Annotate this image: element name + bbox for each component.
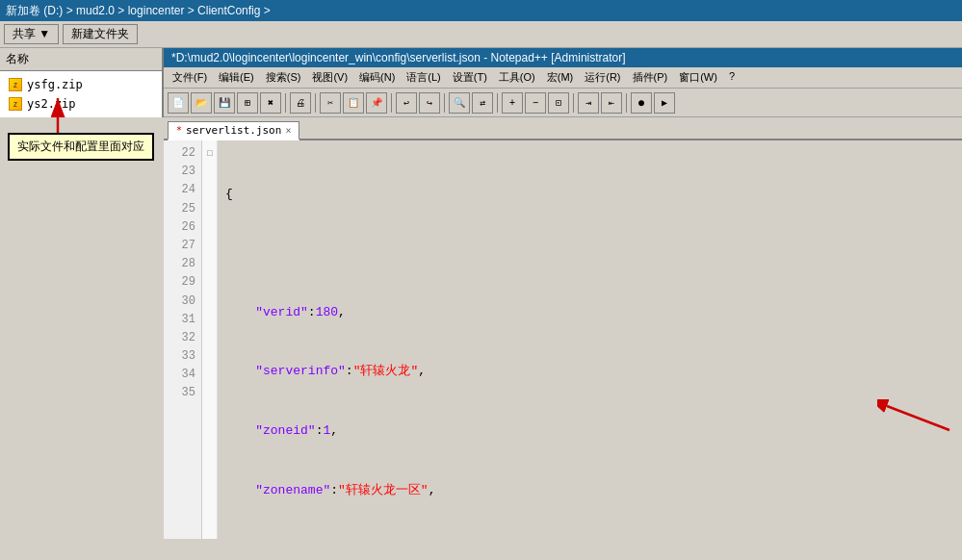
- indent-icon[interactable]: ⇥: [578, 92, 599, 114]
- new-file-icon[interactable]: 📄: [168, 92, 189, 114]
- replace-icon[interactable]: ⇄: [472, 92, 493, 114]
- breadcrumb-bar: 新加卷 (D:) > mud2.0 > logincenter > Client…: [0, 0, 962, 21]
- code-content[interactable]: { "verid":180, "serverinfo":"轩辕火龙", "zon…: [218, 140, 962, 539]
- fold-marker-32: [202, 337, 218, 356]
- zoom-in-icon[interactable]: +: [502, 92, 523, 114]
- zip-icon: z: [8, 77, 23, 92]
- fold-marker-31: [202, 318, 218, 337]
- menu-run[interactable]: 运行(R): [580, 69, 625, 86]
- close-icon[interactable]: ✖: [260, 92, 281, 114]
- redo-icon[interactable]: ↪: [419, 92, 440, 114]
- file-name-2: ys2.zip: [27, 97, 76, 111]
- run-icon[interactable]: ▶: [654, 92, 675, 114]
- file-panel-header: 名称: [0, 48, 162, 71]
- file-list: z ysfg.zip z ys2.zip: [0, 71, 162, 117]
- separator-5: [497, 93, 498, 113]
- fold-marker-30: [202, 298, 218, 318]
- breadcrumb-text: 新加卷 (D:) > mud2.0 > logincenter > Client…: [6, 3, 271, 19]
- open-file-icon[interactable]: 📂: [191, 92, 212, 114]
- line-num-30: 30: [164, 293, 195, 311]
- code-line-27: "zonename":"轩辕火龙一区",: [225, 481, 954, 500]
- line-num-25: 25: [164, 200, 195, 218]
- menu-edit[interactable]: 编辑(E): [214, 69, 259, 86]
- tab-bar: * serverlist.json ×: [164, 117, 962, 140]
- code-line-23: [225, 243, 954, 263]
- menu-search[interactable]: 搜索(S): [261, 69, 306, 86]
- line-num-29: 29: [164, 273, 195, 292]
- outdent-icon[interactable]: ⇤: [601, 92, 622, 114]
- print-icon[interactable]: 🖨: [290, 92, 311, 114]
- line-num-34: 34: [164, 366, 195, 384]
- editor-toolbar: 📄 📂 💾 ⊞ ✖ 🖨 ✂ 📋 📌 ↩ ↪ 🔍 ⇄ + −: [164, 89, 962, 117]
- fold-marker-35: [202, 395, 218, 414]
- tab-label: serverlist.json: [186, 124, 281, 137]
- menu-window[interactable]: 窗口(W): [674, 69, 722, 86]
- separator-1: [285, 93, 286, 113]
- save-icon[interactable]: 💾: [214, 92, 235, 114]
- menu-view[interactable]: 视图(V): [307, 69, 352, 86]
- fold-marker-29: [202, 279, 218, 298]
- code-line-26: "zoneid":1,: [225, 421, 954, 441]
- line-num-27: 27: [164, 237, 195, 255]
- menu-tools[interactable]: 工具(O): [494, 69, 540, 86]
- new-folder-button[interactable]: 新建文件夹: [63, 24, 138, 44]
- fold-marker-22[interactable]: □: [202, 144, 218, 164]
- line-num-26: 26: [164, 218, 195, 237]
- fold-marker-25: [202, 202, 218, 221]
- line-num-22: 22: [164, 144, 195, 163]
- save-all-icon[interactable]: ⊞: [237, 92, 258, 114]
- file-panel: 名称 z ysfg.zip z ys2.zip: [0, 48, 164, 539]
- find-icon[interactable]: 🔍: [449, 92, 470, 114]
- restore-zoom-icon[interactable]: ⊡: [548, 92, 569, 114]
- line-num-35: 35: [164, 384, 195, 402]
- editor-panel: *D:\mud2.0\logincenter\logincenter_win\c…: [164, 48, 962, 539]
- line-numbers: 22 23 24 25 26 27 28 29 30 31 32 33 34 3…: [164, 140, 202, 539]
- paste-icon[interactable]: 📌: [366, 92, 387, 114]
- menu-encoding[interactable]: 编码(N): [354, 69, 400, 86]
- fold-marker-24: [202, 183, 218, 202]
- fold-marker-33: [202, 356, 218, 375]
- code-line-24: "verid":180,: [225, 303, 954, 322]
- menu-language[interactable]: 语言(L): [402, 69, 445, 86]
- fold-marker-27: [202, 241, 218, 260]
- menu-settings[interactable]: 设置(T): [448, 69, 492, 86]
- tab-serverlist-json[interactable]: * serverlist.json ×: [168, 121, 299, 140]
- fold-marker-34: [202, 375, 218, 395]
- separator-2: [315, 93, 316, 113]
- line-num-32: 32: [164, 329, 195, 347]
- fold-marker-26: [202, 221, 218, 241]
- zoom-out-icon[interactable]: −: [525, 92, 546, 114]
- code-line-22: {: [225, 185, 954, 204]
- code-line-25: "serverinfo":"轩辕火龙",: [225, 362, 954, 381]
- fold-column: □: [202, 140, 218, 539]
- line-num-28: 28: [164, 255, 195, 273]
- fold-marker-28: [202, 260, 218, 279]
- fold-marker-23: [202, 164, 218, 183]
- undo-icon[interactable]: ↩: [396, 92, 417, 114]
- copy-icon[interactable]: 📋: [343, 92, 364, 114]
- list-item[interactable]: z ys2.zip: [4, 94, 158, 114]
- line-num-23: 23: [164, 163, 195, 181]
- menu-help[interactable]: ?: [724, 69, 740, 86]
- line-num-24: 24: [164, 181, 195, 199]
- separator-7: [626, 93, 627, 113]
- code-editor[interactable]: 22 23 24 25 26 27 28 29 30 31 32 33 34 3…: [164, 140, 962, 539]
- macro-icon[interactable]: ●: [631, 92, 652, 114]
- separator-6: [573, 93, 574, 113]
- list-item[interactable]: z ysfg.zip: [4, 75, 158, 94]
- tab-modified-indicator: *: [176, 125, 182, 136]
- annotation-box: 实际文件和配置里面对应: [8, 133, 154, 161]
- separator-3: [391, 93, 392, 113]
- zip-icon-2: z: [8, 96, 23, 112]
- line-num-33: 33: [164, 347, 195, 366]
- explorer-toolbar: 共享 ▼ 新建文件夹: [0, 21, 962, 48]
- menu-plugins[interactable]: 插件(P): [628, 69, 673, 86]
- tab-close-button[interactable]: ×: [285, 125, 291, 136]
- menu-macro[interactable]: 宏(M): [542, 69, 579, 86]
- line-num-31: 31: [164, 311, 195, 329]
- menu-file[interactable]: 文件(F): [168, 69, 212, 86]
- file-name-1: ysfg.zip: [27, 78, 83, 91]
- share-button[interactable]: 共享 ▼: [4, 24, 59, 44]
- editor-menu: 文件(F) 编辑(E) 搜索(S) 视图(V) 编码(N) 语言(L) 设置(T…: [164, 67, 962, 89]
- cut-icon[interactable]: ✂: [320, 92, 341, 114]
